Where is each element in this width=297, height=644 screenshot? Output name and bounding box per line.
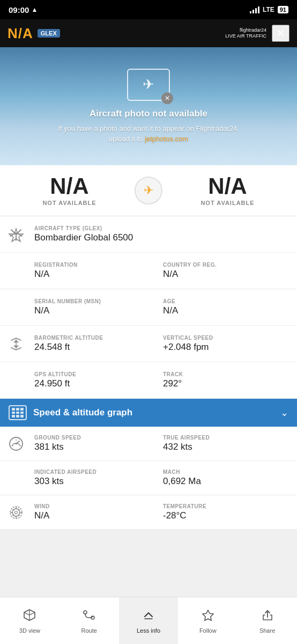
signal-icon <box>250 6 259 13</box>
registration-content: REGISTRATION N/A COUNTRY OF REG. N/A <box>32 257 297 285</box>
vert-speed-field: VERTICAL SPEED +2.048 fpm <box>163 335 292 353</box>
wind-temp-row: WIND N/A TEMPERATURE -28°C <box>0 495 297 530</box>
photo-description: If you have a photo and want it to appea… <box>58 123 239 144</box>
altitude-content: BAROMETRIC ALTITUDE 24.548 ft VERTICAL S… <box>32 330 297 358</box>
destination-code: N/A <box>171 175 284 197</box>
country-field: COUNTRY OF REG. N/A <box>163 262 292 280</box>
origin-label: NOT AVAILABLE <box>13 200 126 206</box>
svg-point-9 <box>15 511 18 514</box>
baro-alt-value: 24.548 ft <box>34 342 163 353</box>
temperature-field: TEMPERATURE -28°C <box>163 503 292 521</box>
photo-unavailable-overlay: ✕ <box>161 92 173 104</box>
fr24-logo-subtitle: LIVE AIR TRAFFIC <box>225 33 266 39</box>
gps-track-row: GPS ALTITUDE 24.950 ft TRACK 292° <box>0 362 297 399</box>
speed-section-title: Speed & altitude graph <box>33 407 280 418</box>
nav-item-follow[interactable]: Follow <box>178 597 237 644</box>
fr24-logo-name: flightradar24 <box>225 27 266 33</box>
mach-value: 0,692 Ma <box>163 476 292 487</box>
wind-field: WIND N/A <box>34 503 163 521</box>
track-value: 292° <box>163 378 292 389</box>
close-button[interactable]: ✕ <box>272 25 289 42</box>
temperature-label: TEMPERATURE <box>163 503 292 509</box>
nav-item-3dview[interactable]: 3D view <box>0 597 60 644</box>
wind-label: WIND <box>34 503 163 509</box>
vert-speed-label: VERTICAL SPEED <box>163 335 292 341</box>
registration-label: REGISTRATION <box>34 262 163 268</box>
route-icon <box>82 608 96 625</box>
registration-fields: REGISTRATION N/A COUNTRY OF REG. N/A <box>34 262 292 280</box>
age-value: N/A <box>163 305 292 316</box>
nav-label-share: Share <box>259 627 275 634</box>
nav-item-route[interactable]: Route <box>60 597 119 644</box>
route-plane-center: ✈ <box>126 177 171 204</box>
nav-label-lessinfo: Less info <box>137 627 160 634</box>
photo-area: ✈ ✕ Aircraft photo not available If you … <box>0 47 297 165</box>
gps-alt-value: 24.950 ft <box>34 378 163 389</box>
wind-temp-content: WIND N/A TEMPERATURE -28°C <box>32 498 297 526</box>
wind-value: N/A <box>34 510 163 521</box>
bottom-nav: 3D view Route Less info Follow <box>0 597 297 644</box>
nav-label-follow: Follow <box>199 627 217 634</box>
track-label: TRACK <box>163 371 292 377</box>
battery-level: 91 <box>278 6 288 13</box>
route-plane-icon: ✈ <box>135 177 162 204</box>
airplane-photo-icon: ✈ <box>143 76 154 93</box>
ground-speed-value: 381 kts <box>34 442 163 452</box>
destination-label: NOT AVAILABLE <box>171 200 284 206</box>
aircraft-type-badge: GLEX <box>38 29 60 38</box>
aircraft-type-value: Bombardier Global 6500 <box>34 232 292 243</box>
header-right: flightradar24 LIVE AIR TRAFFIC ✕ <box>225 25 289 42</box>
photo-not-available-text: Aircraft photo not available <box>90 108 207 119</box>
nav-item-lessinfo[interactable]: Less info <box>119 597 179 644</box>
serial-field: SERIAL NUMBER (MSN) N/A <box>34 298 163 316</box>
status-time: 09:00 <box>9 5 29 14</box>
mach-label: MACH <box>163 469 292 475</box>
svg-point-3 <box>16 443 17 444</box>
grid-icon <box>12 408 24 418</box>
gps-alt-field: GPS ALTITUDE 24.950 ft <box>34 371 163 389</box>
temperature-value: -28°C <box>163 510 292 521</box>
serial-label: SERIAL NUMBER (MSN) <box>34 298 163 304</box>
ground-speed-fields: GROUND SPEED 381 kts TRUE AIRSPEED 432 k… <box>34 435 292 452</box>
chevron-down-icon: ⌄ <box>280 407 288 419</box>
gps-alt-label: GPS ALTITUDE <box>34 371 163 377</box>
photo-placeholder-icon: ✈ ✕ <box>127 69 170 101</box>
aircraft-type-content: AIRCRAFT TYPE (GLEX) Bombardier Global 6… <box>32 220 297 248</box>
indicated-mach-content: INDICATED AIRSPEED 303 kts MACH 0,692 Ma <box>32 464 297 492</box>
age-field: AGE N/A <box>163 298 292 316</box>
age-label: AGE <box>163 298 292 304</box>
header-bar: N/A GLEX flightradar24 LIVE AIR TRAFFIC … <box>0 19 297 47</box>
svg-point-10 <box>84 611 87 614</box>
registration-row: REGISTRATION N/A COUNTRY OF REG. N/A <box>0 253 297 289</box>
true-airspeed-label: TRUE AIRSPEED <box>163 435 292 441</box>
serial-age-content: SERIAL NUMBER (MSN) N/A AGE N/A <box>32 293 297 321</box>
jetphotos-link[interactable]: jetphotos.com <box>145 135 188 143</box>
true-airspeed-value: 432 kts <box>163 442 292 452</box>
speedometer-icon <box>0 435 32 452</box>
origin-airport: N/A NOT AVAILABLE <box>13 175 126 206</box>
indicated-mach-fields: INDICATED AIRSPEED 303 kts MACH 0,692 Ma <box>34 469 292 487</box>
flight-id: N/A <box>8 25 33 42</box>
speed-section-header[interactable]: Speed & altitude graph ⌄ <box>0 399 297 427</box>
indicated-mach-row: INDICATED AIRSPEED 303 kts MACH 0,692 Ma <box>0 461 297 495</box>
wind-icon <box>0 503 32 522</box>
chevron-up-icon <box>142 608 155 625</box>
follow-icon <box>201 608 215 625</box>
nav-item-share[interactable]: Share <box>237 597 297 644</box>
altitude-row: BAROMETRIC ALTITUDE 24.548 ft VERTICAL S… <box>0 326 297 362</box>
altitude-fields: BAROMETRIC ALTITUDE 24.548 ft VERTICAL S… <box>34 335 292 353</box>
header-left: N/A GLEX <box>8 25 60 42</box>
location-icon: ▲ <box>31 6 38 13</box>
indicated-field: INDICATED AIRSPEED 303 kts <box>34 469 163 487</box>
nav-label-route: Route <box>81 627 97 634</box>
aircraft-type-label: AIRCRAFT TYPE (GLEX) <box>34 225 292 231</box>
ground-speed-field: GROUND SPEED 381 kts <box>34 435 163 452</box>
aircraft-type-row: AIRCRAFT TYPE (GLEX) Bombardier Global 6… <box>0 216 297 253</box>
serial-age-fields: SERIAL NUMBER (MSN) N/A AGE N/A <box>34 298 292 316</box>
ground-speed-label: GROUND SPEED <box>34 435 163 441</box>
gps-track-fields: GPS ALTITUDE 24.950 ft TRACK 292° <box>34 371 292 389</box>
destination-airport: N/A NOT AVAILABLE <box>171 175 284 206</box>
status-icons: LTE 91 <box>250 6 288 13</box>
registration-field: REGISTRATION N/A <box>34 262 163 280</box>
baro-alt-label: BAROMETRIC ALTITUDE <box>34 335 163 341</box>
